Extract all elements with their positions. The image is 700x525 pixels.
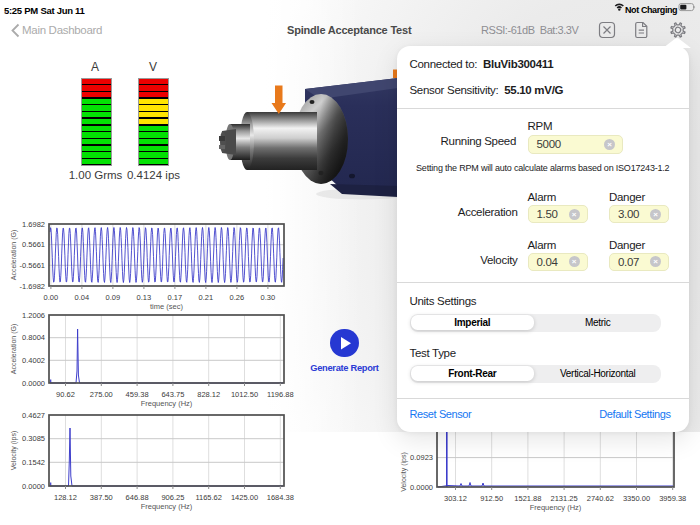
- svg-text:459.38: 459.38: [126, 390, 149, 399]
- svg-text:828.12: 828.12: [197, 390, 220, 399]
- svg-text:0.5661: 0.5661: [22, 240, 45, 249]
- svg-text:time (sec): time (sec): [150, 302, 183, 311]
- svg-text:1012.50: 1012.50: [231, 390, 258, 399]
- svg-text:646.88: 646.88: [126, 493, 149, 502]
- svg-text:3959.38: 3959.38: [659, 494, 686, 503]
- svg-text:0.30: 0.30: [261, 293, 276, 302]
- svg-text:0.1542: 0.1542: [22, 458, 45, 467]
- svg-text:0.4627: 0.4627: [22, 411, 45, 420]
- svg-text:0.0000: 0.0000: [22, 482, 45, 491]
- svg-text:0.0000: 0.0000: [22, 379, 45, 388]
- svg-text:1165.62: 1165.62: [195, 493, 222, 502]
- svg-text:906.25: 906.25: [161, 493, 184, 502]
- svg-text:-1.6982: -1.6982: [20, 282, 45, 291]
- svg-text:0.09: 0.09: [106, 293, 121, 302]
- svg-text:387.50: 387.50: [90, 493, 113, 502]
- svg-text:1.6982: 1.6982: [22, 220, 45, 229]
- svg-text:Velocity (ips): Velocity (ips): [400, 452, 408, 492]
- svg-text:0.8004: 0.8004: [22, 333, 45, 342]
- svg-text:1196.88: 1196.88: [267, 390, 294, 399]
- svg-text:0.26: 0.26: [230, 293, 245, 302]
- svg-text:0.13: 0.13: [137, 293, 152, 302]
- svg-text:2740.62: 2740.62: [587, 494, 614, 503]
- svg-text:0.04: 0.04: [75, 293, 90, 302]
- svg-text:643.75: 643.75: [161, 390, 184, 399]
- svg-text:0.17: 0.17: [168, 293, 183, 302]
- svg-text:3350.00: 3350.00: [623, 494, 650, 503]
- svg-text:0.0923: 0.0923: [410, 453, 433, 462]
- svg-text:0.3085: 0.3085: [22, 434, 45, 443]
- svg-text:Acceleration (G): Acceleration (G): [10, 324, 18, 375]
- svg-text:1425.00: 1425.00: [231, 493, 258, 502]
- svg-text:0.00: 0.00: [44, 293, 59, 302]
- svg-text:1521.88: 1521.88: [514, 494, 541, 503]
- svg-text:128.12: 128.12: [54, 493, 77, 502]
- svg-text:0.0000: 0.0000: [410, 483, 433, 492]
- svg-text:Acceleration (G): Acceleration (G): [10, 230, 18, 281]
- svg-text:0.4002: 0.4002: [22, 356, 45, 365]
- svg-text:2131.25: 2131.25: [551, 494, 578, 503]
- svg-text:Frequency (Hz): Frequency (Hz): [141, 502, 193, 511]
- svg-text:Frequency (Hz): Frequency (Hz): [530, 503, 582, 512]
- svg-text:-0.5661: -0.5661: [20, 261, 45, 270]
- svg-text:Frequency (Hz): Frequency (Hz): [141, 399, 193, 408]
- svg-text:303.12: 303.12: [444, 494, 467, 503]
- svg-text:1684.38: 1684.38: [267, 493, 294, 502]
- svg-text:90.62: 90.62: [56, 390, 75, 399]
- svg-text:Velocity (ips): Velocity (ips): [10, 431, 18, 471]
- svg-text:1.2006: 1.2006: [22, 311, 45, 320]
- svg-text:912.50: 912.50: [480, 494, 503, 503]
- svg-text:0.21: 0.21: [199, 293, 214, 302]
- svg-text:275.00: 275.00: [90, 390, 113, 399]
